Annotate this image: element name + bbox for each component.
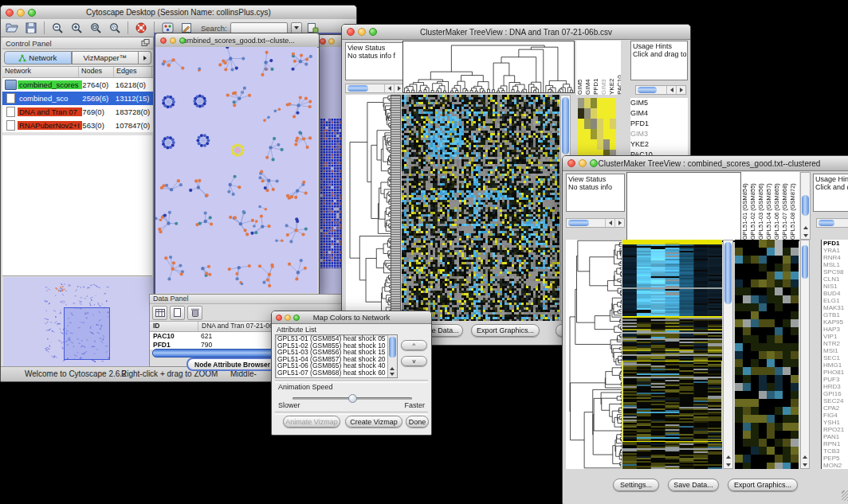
network-list-row[interactable]: RNAPuberNov2+I563(0)107847(0) [2,119,153,132]
attribute-item[interactable]: GPL51-07 (GSM868) heat shock 60 min [276,369,388,377]
gene-label[interactable]: PHO81 [822,369,848,376]
scroll-thumb[interactable] [562,97,569,154]
gene-label[interactable]: MAK31 [822,304,848,311]
animate-vizmap-button[interactable]: Animate Vizmap [283,416,340,428]
gene-label[interactable]: YKE2 [630,139,688,150]
down-arrow-icon[interactable] [390,373,395,376]
gene-label[interactable]: CPA2 [822,404,848,412]
column-label[interactable]: GPL51-03 (GSM856) [757,172,765,240]
minimize-icon[interactable] [579,159,587,167]
network-list-row[interactable]: combined_sco2569(6)13112(15) [2,92,153,105]
gene-label[interactable]: SEC1 [822,354,848,361]
float-panel-icon[interactable] [141,39,150,47]
gene-label[interactable]: GIM3 [630,129,688,139]
btn-settings[interactable]: Settings... [613,479,659,491]
heatmap-zoom-view[interactable] [735,240,799,469]
attribute-listbox[interactable]: GPL51-01 (GSM854) heat shock 05 minGPL51… [275,334,398,378]
heatmap-vscrollbar[interactable] [723,240,733,469]
gene-label[interactable]: FIG4 [822,412,848,419]
zoom-window-icon[interactable] [28,9,36,17]
column-dendrogram[interactable] [402,41,575,93]
view-status-hscrollbar[interactable] [566,218,625,228]
gene-label[interactable]: KAP95 [822,318,848,326]
gene-label[interactable]: PFD1 [630,119,688,129]
heatmap-zoom-view[interactable] [578,98,616,160]
column-label[interactable]: GPL51-01 (GSM854) [741,172,749,240]
save-session-button[interactable] [23,21,39,36]
minimize-icon[interactable] [17,9,25,17]
zoom-out-icon[interactable] [49,21,65,36]
create-vizmap-button[interactable]: Create Vizmap [345,416,402,428]
gene-label[interactable]: NTR2 [822,340,848,347]
delete-attribute-icon[interactable] [187,306,202,320]
gene-label[interactable]: PFD1 [822,240,848,247]
gene-label[interactable]: YRA1 [822,247,848,254]
list-vscrollbar[interactable] [387,335,397,377]
up-arrow-icon[interactable] [390,367,395,370]
zoomview-vscrollbar[interactable] [800,240,810,469]
gene-label[interactable]: HMG1 [822,361,848,369]
network-list-row[interactable]: DNA and Tran 07769(0)183728(0) [2,105,153,119]
tab-vizmapper[interactable]: VizMapper™ [72,51,139,64]
column-label[interactable]: GPL51-06 (GSM865) [773,172,781,240]
column-labels-vscrollbar[interactable] [800,172,811,240]
up-arrow-icon[interactable] [803,226,808,229]
gene-label[interactable]: PEP5 [822,455,848,462]
scroll-thumb[interactable] [638,87,657,93]
tab-overflow-button[interactable] [139,51,151,64]
gene-label[interactable]: HAP3 [822,326,848,333]
gene-label[interactable]: RNR4 [822,254,848,261]
done-button[interactable]: Done [406,416,429,428]
down-arrow-icon[interactable] [803,234,808,237]
scroll-thumb[interactable] [819,220,834,226]
scroll-thumb[interactable] [724,242,732,304]
gene-label[interactable]: SEC24 [822,397,848,404]
gene-label[interactable]: VIP1 [822,333,848,340]
down-arrow-icon[interactable] [803,463,807,467]
zoomview-hscrollbar[interactable] [816,218,848,228]
close-icon[interactable] [276,315,282,321]
scroll-thumb[interactable] [568,220,589,226]
gene-label[interactable]: ELG1 [822,297,848,304]
minimize-icon[interactable] [328,38,335,45]
scroll-thumb[interactable] [347,85,368,92]
zoom-window-icon[interactable] [179,37,186,44]
column-label[interactable]: PAC10 [616,41,621,95]
gene-label[interactable]: YSH1 [822,419,848,426]
gene-label[interactable]: PUF3 [822,376,848,383]
minimize-icon[interactable] [285,315,291,321]
scroll-thumb[interactable] [802,245,808,279]
column-header[interactable]: Edges [114,67,152,77]
gene-label[interactable]: CLN1 [822,275,848,283]
column-dendrogram-area[interactable] [626,172,741,242]
scroll-right-button[interactable] [614,219,624,227]
column-header[interactable]: Network [2,67,79,77]
gene-label[interactable]: RPN1 [822,440,848,447]
scroll-thumb[interactable] [389,337,396,357]
heatmap-global-view[interactable] [622,240,722,469]
btn-save-data[interactable]: Save Data... [668,479,719,491]
id-column-header[interactable]: ID [150,322,198,331]
column-label[interactable]: PFD1 [592,41,600,95]
column-label[interactable]: GIM3 [600,41,608,95]
column-label[interactable]: GPL51-07 (GSM868) [781,172,789,240]
column-label[interactable]: GPL51-04 (GSM857) [765,172,773,240]
resize-grip[interactable] [842,490,848,501]
gene-label[interactable]: GPI16 [822,390,848,397]
zoomview-hscrollbar[interactable] [635,85,686,95]
close-icon[interactable] [6,9,14,17]
move-down-button[interactable]: v [401,356,427,366]
column-label[interactable]: GPL51-02 (GSM855) [749,172,757,240]
gene-label[interactable]: SPC98 [822,268,848,275]
gene-label[interactable]: MSL1 [822,261,848,268]
btn-export-graphics[interactable]: Export Graphics... [471,324,540,337]
network-window-1[interactable]: combined_scores_good.txt--cluste... [155,33,320,295]
scroll-left-button[interactable] [666,86,676,94]
up-arrow-icon[interactable] [726,455,731,459]
gene-label[interactable]: BUD4 [822,290,848,297]
gene-label[interactable]: GTB1 [822,311,848,318]
treeview2-titlebar[interactable]: ClusterMaker TreeView : combined_scores_… [563,156,848,171]
scroll-left-button[interactable] [605,219,614,227]
column-label[interactable]: GIM5 [576,41,584,95]
help-icon[interactable] [133,21,149,36]
